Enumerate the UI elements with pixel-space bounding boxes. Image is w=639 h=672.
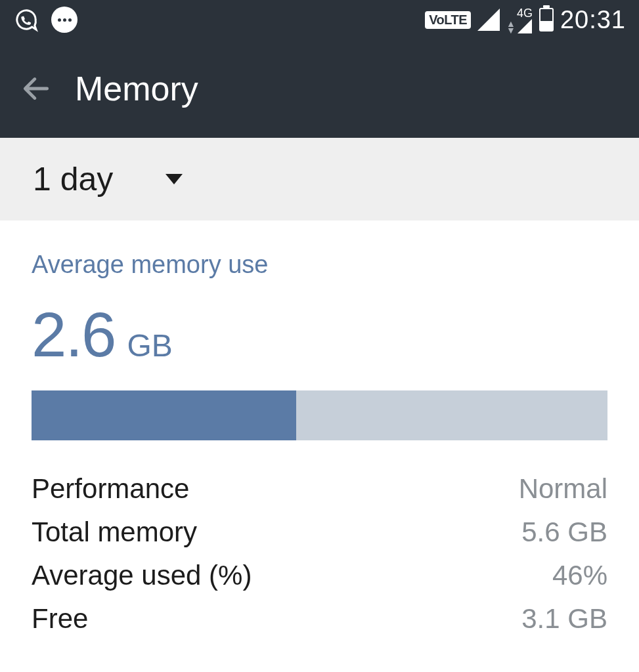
memory-panel: Average memory use 2.6 GB Performance No…: [0, 220, 639, 672]
whatsapp-icon: [13, 7, 39, 33]
stat-row-avg-pct[interactable]: Average used (%) 46%: [32, 560, 607, 591]
messaging-icon: [51, 7, 77, 33]
battery-icon: [539, 8, 554, 32]
app-bar: Memory: [0, 39, 639, 138]
average-memory-number: 2.6: [32, 299, 115, 371]
volte-badge: VoLTE: [425, 11, 471, 29]
page-title: Memory: [75, 69, 198, 108]
clock: 20:31: [560, 6, 626, 34]
stat-row-total[interactable]: Total memory 5.6 GB: [32, 516, 607, 548]
stat-label: Performance: [32, 473, 189, 505]
time-range-section: 1 day: [0, 138, 639, 220]
stat-value: 5.6 GB: [521, 516, 607, 548]
stat-row-free[interactable]: Free 3.1 GB: [32, 603, 607, 635]
memory-progress-fill: [32, 390, 296, 440]
time-range-label: 1 day: [33, 160, 113, 198]
network-4g-indicator: ▲▼ 4G: [506, 7, 533, 33]
stat-label: Total memory: [32, 516, 197, 548]
stat-row-performance[interactable]: Performance Normal: [32, 473, 607, 505]
battery-fill: [540, 21, 552, 30]
back-button[interactable]: [20, 72, 53, 105]
arrow-left-icon: [20, 72, 53, 105]
time-range-dropdown[interactable]: 1 day: [33, 160, 183, 198]
stat-label: Average used (%): [32, 560, 252, 591]
chevron-down-icon: [165, 174, 183, 184]
stat-value: Normal: [519, 473, 607, 505]
memory-progress-bar: [32, 390, 607, 440]
network-label: 4G: [517, 7, 533, 20]
stat-value: 46%: [552, 560, 607, 591]
average-memory-value: 2.6 GB: [32, 299, 607, 371]
average-memory-unit: GB: [127, 327, 172, 364]
status-bar: VoLTE ▲▼ 4G 20:31: [0, 0, 639, 39]
signal-icon: [477, 9, 500, 31]
section-title: Average memory use: [32, 251, 607, 279]
stat-label: Free: [32, 603, 88, 635]
stat-value: 3.1 GB: [521, 603, 607, 635]
